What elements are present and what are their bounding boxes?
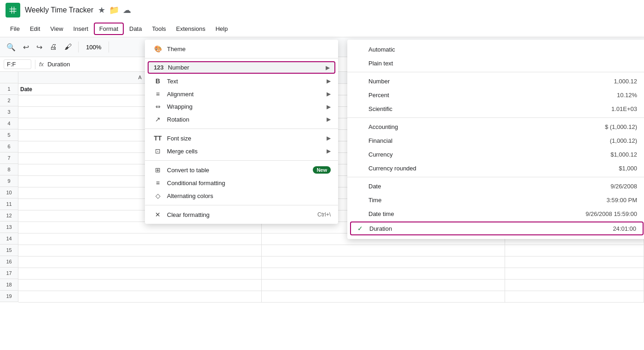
cell-a14[interactable]	[18, 233, 262, 245]
cell-a19[interactable]	[18, 291, 262, 302]
cloud-icon[interactable]: ☁	[123, 5, 131, 15]
duration-value: 24:01:00	[613, 225, 636, 232]
menu-item-theme[interactable]: 🎨 Theme	[145, 42, 338, 55]
folder-icon[interactable]: 📁	[109, 5, 119, 15]
row-header-9: 9	[0, 175, 18, 187]
percent-text: Percent	[368, 92, 389, 99]
submenu-item-time[interactable]: Time 3:59:00 PM	[347, 193, 644, 207]
alignment-icon: ≡	[152, 90, 163, 98]
menu-extensions[interactable]: Extensions	[172, 23, 210, 34]
menu-separator-3	[145, 160, 338, 161]
submenu-item-automatic[interactable]: Automatic	[347, 42, 644, 56]
row-number-col: 1 2 3 4 5 6 7 8 9 10 11 12 13 14 15 16 1…	[0, 72, 18, 303]
cell-c16[interactable]	[505, 256, 644, 268]
currency-rounded-check-icon	[356, 164, 365, 172]
alignment-label: Alignment	[167, 91, 327, 98]
number-check-icon	[356, 77, 365, 85]
formula-divider	[35, 60, 35, 69]
submenu-item-financial[interactable]: Financial (1,000.12)	[347, 134, 644, 147]
menu-item-merge-cells[interactable]: ⊡ Merge cells ▶	[145, 145, 338, 158]
menu-item-alignment[interactable]: ≡ Alignment ▶	[145, 88, 338, 100]
duration-check-icon: ✓	[357, 225, 366, 232]
cell-b18[interactable]	[262, 279, 505, 291]
cell-a16[interactable]	[18, 256, 262, 268]
cell-reference[interactable]: F:F	[4, 59, 31, 69]
date-time-label: Date time	[356, 210, 394, 217]
toolbar-divider-2	[109, 41, 109, 52]
menu-item-conditional[interactable]: ≡ Conditional formatting	[145, 176, 338, 189]
date-time-value: 9/26/2008 15:59:00	[586, 210, 637, 217]
row-header-18: 18	[0, 279, 18, 291]
cell-a17[interactable]	[18, 268, 262, 279]
scientific-check-icon	[356, 105, 365, 112]
menu-edit[interactable]: Edit	[25, 23, 45, 34]
plain-text-check-icon	[356, 59, 365, 67]
title-action-icons[interactable]: ★ 📁 ☁	[98, 5, 131, 15]
financial-value: (1,000.12)	[610, 137, 637, 144]
financial-label: Financial	[356, 137, 392, 144]
toolbar-divider-1	[78, 41, 79, 52]
submenu-separator-3	[347, 177, 644, 177]
cell-b19[interactable]	[262, 291, 505, 302]
menu-item-rotation[interactable]: ↗ Rotation ▶	[145, 113, 338, 126]
submenu-item-duration[interactable]: ✓ Duration 24:01:00	[350, 222, 644, 235]
submenu-item-plain-text[interactable]: Plain text	[347, 56, 644, 70]
table-row	[18, 291, 644, 302]
cell-b16[interactable]	[262, 256, 505, 268]
clear-formatting-label: Clear formatting	[167, 211, 317, 218]
theme-icon: 🎨	[152, 45, 163, 52]
menu-tools[interactable]: Tools	[147, 23, 170, 34]
menu-insert[interactable]: Insert	[69, 23, 93, 34]
redo-icon[interactable]: ↪	[34, 41, 45, 53]
menu-view[interactable]: View	[46, 23, 68, 34]
submenu-item-currency[interactable]: Currency $1,000.12	[347, 147, 644, 161]
menu-item-alternating[interactable]: ◇ Alternating colors	[145, 189, 338, 202]
menu-item-number[interactable]: 123 Number ▶	[148, 61, 335, 74]
wrapping-label: Wrapping	[167, 103, 327, 110]
submenu-item-number[interactable]: Number 1,000.12	[347, 74, 644, 88]
submenu-item-accounting[interactable]: Accounting $ (1,000.12)	[347, 120, 644, 134]
cell-c17[interactable]	[505, 268, 644, 279]
menu-item-clear-formatting[interactable]: ✕ Clear formatting Ctrl+\	[145, 208, 338, 221]
search-icon[interactable]: 🔍	[4, 41, 18, 53]
cell-b15[interactable]	[262, 245, 505, 256]
submenu-item-date[interactable]: Date 9/26/2008	[347, 179, 644, 193]
time-value: 3:59:00 PM	[607, 197, 638, 204]
paint-format-icon[interactable]: 🖌	[62, 41, 75, 53]
date-label: Date	[356, 182, 381, 190]
date-time-check-icon	[356, 210, 365, 217]
cell-c19[interactable]	[505, 291, 644, 302]
submenu-item-currency-rounded[interactable]: Currency rounded $1,000	[347, 161, 644, 175]
currency-text: Currency	[368, 151, 393, 158]
star-icon[interactable]: ★	[98, 5, 105, 15]
cell-c18[interactable]	[505, 279, 644, 291]
currency-check-icon	[356, 151, 365, 158]
document-title: Weekly Time Tracker	[25, 6, 93, 14]
menu-item-text[interactable]: B Text ▶	[145, 75, 338, 88]
cell-c15[interactable]	[505, 245, 644, 256]
submenu-item-percent[interactable]: Percent 10.12%	[347, 88, 644, 102]
menu-item-wrapping[interactable]: ⇔ Wrapping ▶	[145, 100, 338, 113]
menu-separator-4	[145, 205, 338, 205]
menu-separator-2	[145, 128, 338, 129]
menu-data[interactable]: Data	[125, 23, 146, 34]
submenu-item-scientific[interactable]: Scientific 1.01E+03	[347, 102, 644, 116]
zoom-level[interactable]: 100%	[82, 43, 105, 52]
submenu-item-date-time[interactable]: Date time 9/26/2008 15:59:00	[347, 207, 644, 221]
accounting-text: Accounting	[368, 123, 398, 130]
theme-label: Theme	[167, 46, 331, 52]
alignment-arrow-icon: ▶	[327, 91, 331, 97]
date-time-text: Date time	[368, 210, 394, 217]
menu-item-font-size[interactable]: TT Font size ▶	[145, 132, 338, 145]
rotation-label: Rotation	[167, 116, 327, 123]
cell-b17[interactable]	[262, 268, 505, 279]
menu-help[interactable]: Help	[211, 23, 232, 34]
print-icon[interactable]: 🖨	[47, 41, 60, 53]
cell-a15[interactable]	[18, 245, 262, 256]
menu-item-convert-table[interactable]: ⊞ Convert to table New	[145, 163, 338, 176]
format-dropdown-menu: 🎨 Theme 123 Number ▶ B Text ▶ ≡ Alignmen…	[145, 40, 338, 224]
cell-a18[interactable]	[18, 279, 262, 291]
menu-file[interactable]: File	[6, 23, 24, 34]
undo-icon[interactable]: ↩	[20, 41, 32, 53]
menu-format[interactable]: Format	[94, 23, 124, 35]
